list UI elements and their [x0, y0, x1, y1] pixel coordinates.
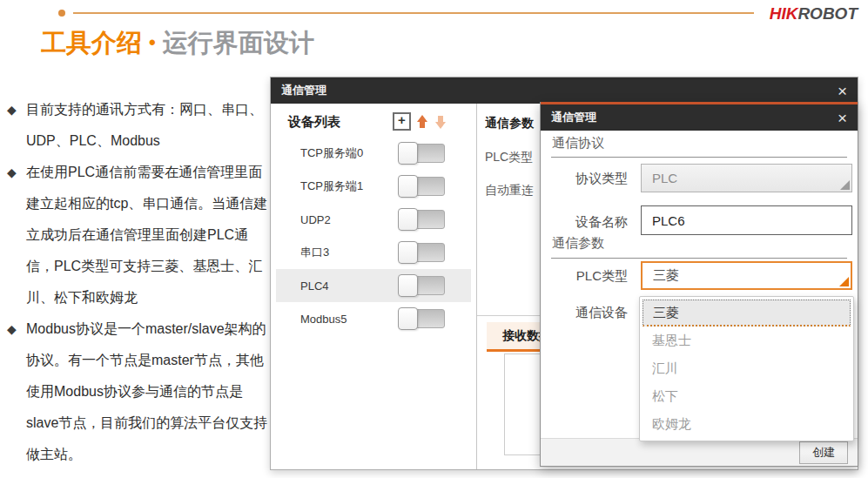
plc-type-label-back: PLC类型 — [485, 150, 533, 165]
move-down-icon[interactable] — [434, 115, 446, 129]
protocol-type-dropdown[interactable]: PLC — [641, 164, 852, 192]
comm-params-header: 通信参数 — [485, 116, 534, 131]
dropdown-option[interactable]: 松下 — [640, 382, 853, 410]
bullet-diamond-icon: ◆ — [7, 313, 26, 470]
auto-reconnect-label: 自动重连 — [485, 183, 534, 199]
page-title-secondary: 运行界面设计 — [163, 29, 314, 57]
slide: HIKROBOT 工具介绍•运行界面设计 ◆ 目前支持的通讯方式有：网口、串口、… — [0, 0, 868, 478]
protocol-type-value: PLC — [652, 171, 677, 185]
bullet-diamond-icon: ◆ — [7, 157, 26, 313]
device-toggle[interactable] — [398, 142, 445, 165]
device-name: Modbus5 — [300, 313, 398, 326]
page-title-dot: • — [149, 31, 156, 53]
create-button[interactable]: 创建 — [799, 441, 848, 464]
note-item: ◆ 目前支持的通讯方式有：网口、串口、UDP、PLC、Modbus — [7, 94, 270, 157]
device-name: 串口3 — [300, 245, 398, 260]
note-item: ◆ Modbus协议是一个master/slave架构的协议。有一个节点是mas… — [7, 313, 270, 470]
dropdown-option[interactable]: 欧姆龙 — [640, 410, 853, 438]
section-protocol-label: 通信协议 — [552, 135, 604, 151]
dropdown-option[interactable]: 基恩士 — [640, 327, 853, 354]
logo-robot: ROBOT — [797, 4, 858, 23]
plc-type-options-list: 三菱 基恩士 汇川 松下 欧姆龙 — [639, 296, 854, 441]
front-dialog-title: 通信管理 — [551, 110, 596, 125]
hikrobot-logo: HIKROBOT — [770, 4, 858, 24]
front-dialog-body: 通信协议 协议类型 PLC 设备名称 通信参数 PLC类型 三菱 通信设备 三菱… — [541, 131, 858, 466]
dropdown-option-selected[interactable]: 三菱 — [643, 300, 851, 327]
plc-type-value: 三菱 — [653, 267, 679, 284]
device-name-input[interactable] — [641, 205, 852, 235]
back-dialog-title: 通信管理 — [281, 83, 326, 98]
device-name: PLC4 — [300, 279, 398, 293]
plc-type-label: PLC类型 — [551, 268, 628, 285]
device-name: UDP2 — [300, 213, 398, 226]
device-row[interactable]: TCP服务端1 — [276, 170, 471, 203]
communication-manager-dialog-front: 通信管理 × 通信协议 协议类型 PLC 设备名称 通信参数 PLC类型 三菱 … — [540, 102, 858, 467]
comm-device-label: 通信设备 — [551, 305, 628, 321]
device-list: TCP服务端0 TCP服务端1 UDP2 串口3 — [271, 137, 476, 335]
device-name-label: 设备名称 — [551, 214, 628, 231]
device-list-controls: + — [393, 112, 446, 131]
header-dot — [58, 10, 65, 17]
device-name: TCP服务端1 — [300, 178, 398, 194]
note-text: 目前支持的通讯方式有：网口、串口、UDP、PLC、Modbus — [26, 94, 270, 157]
move-up-icon[interactable] — [417, 115, 428, 129]
device-row[interactable]: TCP服务端0 — [276, 137, 471, 170]
protocol-type-label: 协议类型 — [551, 171, 628, 187]
device-list-panel: 设备列表 + TCP服务端0 TCP服务端1 U — [271, 104, 477, 469]
device-row[interactable]: Modbus5 — [276, 302, 471, 335]
back-dialog-titlebar[interactable]: 通信管理 × — [271, 77, 858, 104]
notes-panel: ◆ 目前支持的通讯方式有：网口、串口、UDP、PLC、Modbus ◆ 在使用P… — [7, 94, 270, 470]
device-row[interactable]: 串口3 — [276, 236, 471, 269]
add-device-button[interactable]: + — [393, 112, 411, 131]
close-icon[interactable]: × — [838, 83, 847, 99]
front-dialog-footer: 创建 — [541, 438, 858, 466]
device-toggle[interactable] — [398, 208, 445, 231]
bullet-diamond-icon: ◆ — [7, 94, 26, 157]
section-params-label: 通信参数 — [552, 235, 604, 252]
note-item: ◆ 在使用PLC通信前需要在通信管理里面建立起相应的tcp、串口通信。当通信建立… — [7, 157, 270, 313]
device-toggle[interactable] — [398, 274, 445, 297]
device-toggle[interactable] — [398, 175, 445, 198]
device-toggle[interactable] — [398, 307, 445, 330]
device-list-header: 设备列表 — [288, 114, 340, 131]
page-title: 工具介绍•运行界面设计 — [41, 26, 314, 61]
front-dialog-titlebar[interactable]: 通信管理 × — [541, 104, 858, 131]
close-icon[interactable]: × — [838, 110, 847, 126]
device-name: TCP服务端0 — [300, 145, 398, 161]
logo-hik: HIK — [770, 4, 798, 23]
divider — [551, 157, 847, 158]
device-toggle[interactable] — [398, 241, 445, 264]
divider — [551, 258, 847, 259]
dropdown-corner-icon — [839, 277, 849, 286]
device-row[interactable]: UDP2 — [276, 203, 471, 236]
dropdown-corner-icon — [840, 180, 850, 190]
note-text: 在使用PLC通信前需要在通信管理里面建立起相应的tcp、串口通信。当通信建立成功… — [26, 157, 270, 313]
page-title-primary: 工具介绍 — [41, 29, 142, 57]
note-text: Modbus协议是一个master/slave架构的协议。有一个节点是maste… — [26, 313, 270, 470]
plc-type-dropdown[interactable]: 三菱 — [641, 261, 852, 290]
device-row-selected[interactable]: PLC4 — [276, 269, 471, 302]
dropdown-option[interactable]: 汇川 — [640, 354, 853, 382]
header-line — [73, 12, 754, 14]
